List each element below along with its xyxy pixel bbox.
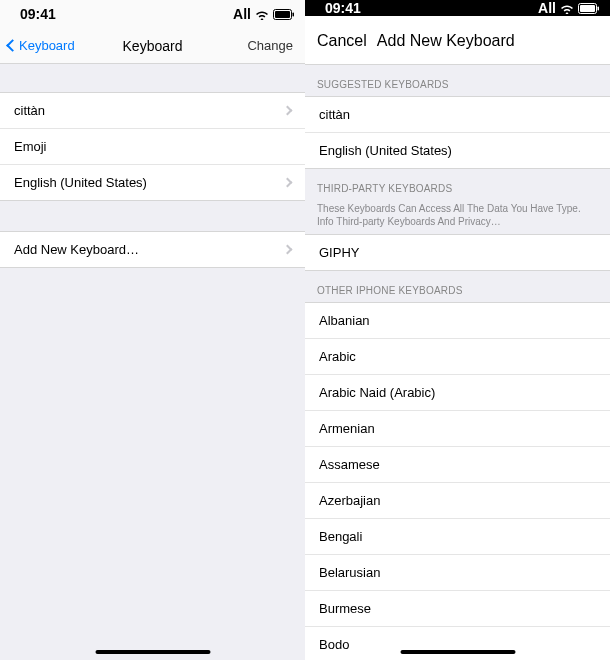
- nav-bar: Keyboard Keyboard Change: [0, 28, 305, 64]
- chevron-right-icon: [283, 106, 293, 116]
- third-party-list: GIPHY: [305, 234, 610, 271]
- back-button[interactable]: Keyboard: [8, 38, 75, 53]
- status-bar: 09:41 All: [0, 0, 305, 28]
- list-item[interactable]: Arabic: [305, 339, 610, 375]
- section-third-party: THIRD-PARTY KEYBOARDS: [305, 169, 610, 200]
- list-item[interactable]: Burmese: [305, 591, 610, 627]
- chevron-left-icon: [6, 39, 19, 52]
- keyboard-row[interactable]: cittàn: [0, 93, 305, 129]
- battery-icon: [273, 9, 295, 20]
- chevron-right-icon: [283, 245, 293, 255]
- list-item[interactable]: English (United States): [305, 133, 610, 168]
- list-item[interactable]: Bengali: [305, 519, 610, 555]
- wifi-icon: [255, 9, 269, 20]
- list-item[interactable]: Assamese: [305, 447, 610, 483]
- list-item[interactable]: Albanian: [305, 303, 610, 339]
- suggested-list: cittàn English (United States): [305, 96, 610, 169]
- keyboard-row[interactable]: English (United States): [0, 165, 305, 200]
- svg-rect-2: [293, 12, 295, 16]
- add-keyboard-label: Add New Keyboard…: [14, 242, 139, 257]
- status-carrier: All: [538, 0, 556, 16]
- status-time: 09:41: [325, 0, 538, 16]
- add-keyboard-button[interactable]: Add New Keyboard…: [0, 232, 305, 267]
- section-other: OTHER IPHONE KEYBOARDS: [305, 271, 610, 302]
- battery-icon: [578, 3, 600, 14]
- status-time: 09:41: [20, 6, 233, 22]
- status-carrier: All: [233, 6, 251, 22]
- status-bar: 09:41 All: [305, 0, 610, 16]
- list-item[interactable]: Belarusian: [305, 555, 610, 591]
- modal-title: Add New Keyboard: [377, 32, 515, 50]
- svg-rect-4: [580, 5, 595, 12]
- device-right: 09:41 All Cancel Add New Keyboard SUGGES…: [305, 0, 610, 660]
- cancel-button[interactable]: Cancel: [317, 32, 367, 50]
- list-item[interactable]: Armenian: [305, 411, 610, 447]
- section-third-subtext: These Keyboards Can Access All The Data …: [305, 200, 610, 234]
- list-item[interactable]: GIPHY: [305, 235, 610, 270]
- device-left: 09:41 All Keyboard Keyboard Change città…: [0, 0, 305, 660]
- list-item[interactable]: Azerbajian: [305, 483, 610, 519]
- home-indicator[interactable]: [400, 650, 515, 654]
- keyboard-label: Emoji: [14, 139, 47, 154]
- svg-rect-1: [275, 11, 290, 18]
- chevron-right-icon: [283, 178, 293, 188]
- list-item[interactable]: Bodo: [305, 627, 610, 660]
- keyboard-label: cittàn: [14, 103, 45, 118]
- wifi-icon: [560, 3, 574, 14]
- keyboard-row[interactable]: Emoji: [0, 129, 305, 165]
- other-list: Albanian Arabic Arabic Naid (Arabic) Arm…: [305, 302, 610, 660]
- add-keyboard-group: Add New Keyboard…: [0, 231, 305, 268]
- svg-rect-5: [598, 6, 600, 10]
- keyboard-label: English (United States): [14, 175, 147, 190]
- section-suggested: SUGGESTED KEYBOARDS: [305, 65, 610, 96]
- home-indicator[interactable]: [95, 650, 210, 654]
- edit-button[interactable]: Change: [247, 38, 293, 53]
- list-item[interactable]: cittàn: [305, 97, 610, 133]
- list-item[interactable]: Arabic Naid (Arabic): [305, 375, 610, 411]
- modal-header: Cancel Add New Keyboard: [305, 16, 610, 65]
- keyboard-list: cittàn Emoji English (United States): [0, 92, 305, 201]
- back-label: Keyboard: [19, 38, 75, 53]
